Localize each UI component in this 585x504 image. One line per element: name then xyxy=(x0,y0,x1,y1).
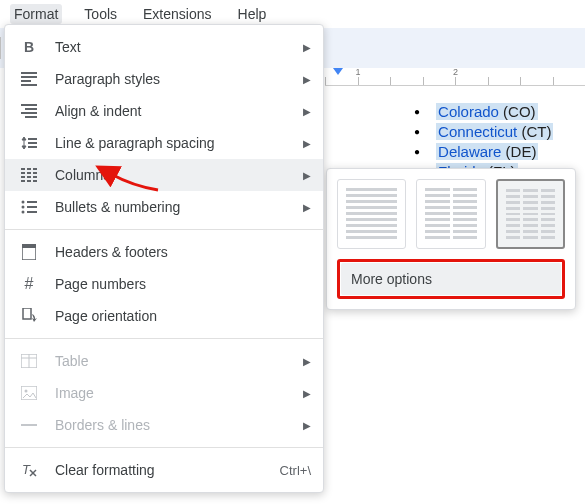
hash-icon: # xyxy=(19,274,39,294)
svg-rect-30 xyxy=(22,244,36,248)
menu-item-headers-footers[interactable]: Headers & footers xyxy=(5,236,323,268)
label: Align & indent xyxy=(55,103,141,119)
svg-rect-13 xyxy=(21,176,25,178)
paragraph-icon xyxy=(19,69,39,89)
shortcut: Ctrl+\ xyxy=(280,463,311,478)
svg-rect-5 xyxy=(25,108,37,110)
spacing-icon xyxy=(19,133,39,153)
svg-point-25 xyxy=(22,211,25,214)
columns-icon xyxy=(19,165,39,185)
column-option-1[interactable] xyxy=(337,179,406,249)
line-icon xyxy=(19,415,39,435)
label: Bullets & numbering xyxy=(55,199,180,215)
separator xyxy=(5,338,323,339)
column-option-2[interactable] xyxy=(416,179,485,249)
svg-rect-15 xyxy=(27,168,31,170)
svg-rect-16 xyxy=(27,172,31,174)
svg-rect-2 xyxy=(21,80,31,82)
separator xyxy=(5,229,323,230)
column-option-3[interactable] xyxy=(496,179,565,249)
svg-rect-8 xyxy=(28,138,37,140)
svg-point-36 xyxy=(25,390,28,393)
annotation-highlight: More options xyxy=(337,259,565,299)
label: Paragraph styles xyxy=(55,71,160,87)
menu-item-columns[interactable]: Columns ▶ xyxy=(5,159,323,191)
menu-item-clear-formatting[interactable]: T Clear formatting Ctrl+\ xyxy=(5,454,323,486)
more-options-button[interactable]: More options xyxy=(341,263,561,295)
state-entry: Colorado (CO) xyxy=(436,103,538,120)
svg-rect-12 xyxy=(21,172,25,174)
svg-rect-7 xyxy=(25,116,37,118)
toolbar-separator xyxy=(0,37,1,59)
state-name: Connecticut xyxy=(438,123,517,140)
menu-item-align-indent[interactable]: Align & indent ▶ xyxy=(5,95,323,127)
menu-item-image: Image ▶ xyxy=(5,377,323,409)
list-item: Colorado (CO) xyxy=(370,103,575,120)
svg-rect-27 xyxy=(27,206,37,208)
svg-rect-20 xyxy=(33,172,37,174)
menu-item-bullets-numbering[interactable]: Bullets & numbering ▶ xyxy=(5,191,323,223)
chevron-right-icon: ▶ xyxy=(303,74,311,85)
chevron-right-icon: ▶ xyxy=(303,202,311,213)
svg-rect-3 xyxy=(21,84,37,86)
menu-item-borders-lines: Borders & lines ▶ xyxy=(5,409,323,441)
clear-format-icon: T xyxy=(19,460,39,480)
label: Headers & footers xyxy=(55,244,168,260)
svg-rect-14 xyxy=(21,180,25,182)
menu-item-page-orientation[interactable]: Page orientation xyxy=(5,300,323,332)
chevron-right-icon: ▶ xyxy=(303,388,311,399)
label: Page numbers xyxy=(55,276,146,292)
svg-point-24 xyxy=(22,206,25,209)
label: Columns xyxy=(55,167,110,183)
align-icon xyxy=(19,101,39,121)
svg-rect-26 xyxy=(27,201,37,203)
orientation-icon xyxy=(19,306,39,326)
menu-help[interactable]: Help xyxy=(234,4,271,24)
chevron-right-icon: ▶ xyxy=(303,42,311,53)
separator xyxy=(5,447,323,448)
bold-icon: B xyxy=(19,37,39,57)
label: Page orientation xyxy=(55,308,157,324)
format-dropdown: B Text ▶ Paragraph styles ▶ Align & inde… xyxy=(4,24,324,493)
label: Borders & lines xyxy=(55,417,150,433)
columns-submenu: More options xyxy=(326,168,576,310)
svg-rect-31 xyxy=(23,308,31,319)
ruler xyxy=(325,68,585,86)
ruler-margin-indicator[interactable] xyxy=(333,68,343,75)
menu-tools[interactable]: Tools xyxy=(80,4,121,24)
bullets-icon xyxy=(19,197,39,217)
svg-rect-1 xyxy=(21,76,37,78)
chevron-right-icon: ▶ xyxy=(303,138,311,149)
table-icon xyxy=(19,351,39,371)
headers-icon xyxy=(19,242,39,262)
label: Clear formatting xyxy=(55,462,155,478)
chevron-right-icon: ▶ xyxy=(303,356,311,367)
menu-format[interactable]: Format xyxy=(10,4,62,24)
svg-rect-10 xyxy=(28,146,37,148)
menu-item-line-spacing[interactable]: Line & paragraph spacing ▶ xyxy=(5,127,323,159)
menu-extensions[interactable]: Extensions xyxy=(139,4,215,24)
menu-item-page-numbers[interactable]: # Page numbers xyxy=(5,268,323,300)
state-entry: Connecticut (CT) xyxy=(436,123,553,140)
svg-rect-22 xyxy=(33,180,37,182)
state-name: Delaware xyxy=(438,143,501,160)
label: Line & paragraph spacing xyxy=(55,135,215,151)
state-entry: Delaware (DE) xyxy=(436,143,538,160)
svg-rect-19 xyxy=(33,168,37,170)
svg-rect-4 xyxy=(21,104,37,106)
svg-rect-21 xyxy=(33,176,37,178)
label: Text xyxy=(55,39,81,55)
state-abbr: (CT) xyxy=(517,123,551,140)
menu-item-text[interactable]: B Text ▶ xyxy=(5,31,323,63)
image-icon xyxy=(19,383,39,403)
svg-rect-11 xyxy=(21,168,25,170)
list-item: Delaware (DE) xyxy=(370,143,575,160)
svg-point-23 xyxy=(22,201,25,204)
chevron-right-icon: ▶ xyxy=(303,420,311,431)
list-item: Connecticut (CT) xyxy=(370,123,575,140)
svg-rect-0 xyxy=(21,72,37,74)
svg-text:T: T xyxy=(22,462,31,477)
menu-item-paragraph-styles[interactable]: Paragraph styles ▶ xyxy=(5,63,323,95)
svg-rect-9 xyxy=(28,142,37,144)
state-abbr: (DE) xyxy=(501,143,536,160)
